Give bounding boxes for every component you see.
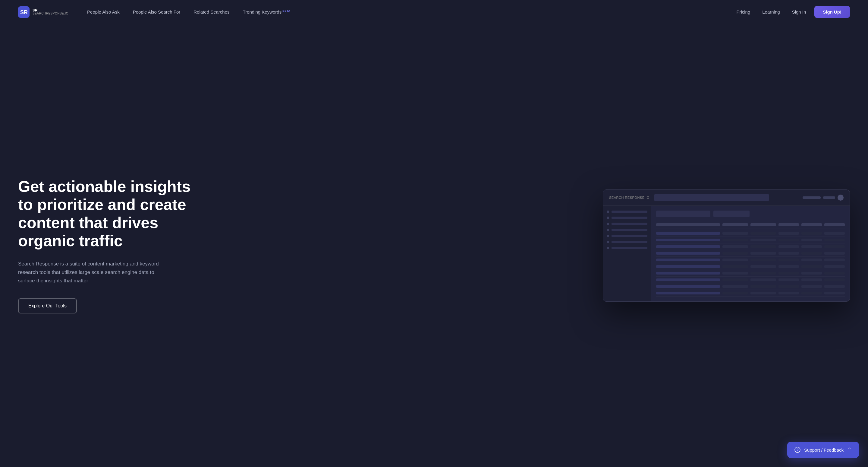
table-row	[656, 290, 845, 296]
nav-pricing[interactable]: Pricing	[731, 7, 755, 17]
dash-header: SEARCH RESPONSE.IO	[603, 190, 849, 206]
table-row	[656, 243, 845, 250]
hero-subtext: Search Response is a suite of content ma…	[18, 260, 163, 285]
dash-sidebar-row	[607, 241, 647, 243]
signup-button[interactable]: Sign Up!	[814, 6, 850, 18]
dash-body	[603, 206, 849, 301]
table-row	[656, 263, 845, 270]
beta-badge: BETA	[282, 9, 290, 12]
dash-table-header	[656, 222, 845, 228]
dash-controls	[803, 195, 844, 201]
dash-sidebar-row	[607, 247, 647, 249]
dash-logo-text: SEARCH RESPONSE.IO	[609, 196, 650, 199]
explore-tools-button[interactable]: Explore Our Tools	[18, 298, 77, 314]
nav-sign-in[interactable]: Sign In	[786, 7, 812, 17]
table-row	[656, 276, 845, 283]
svg-text:?: ?	[797, 448, 799, 451]
table-row	[656, 270, 845, 276]
logo[interactable]: SR SR SEARCHRESPONSE.IO	[18, 6, 68, 18]
nav-link-trending-keywords[interactable]: Trending KeywordsBETA	[236, 7, 297, 17]
dash-sidebar-row	[607, 235, 647, 237]
dash-top-filters	[656, 211, 845, 217]
dash-main-content	[651, 206, 849, 301]
dash-ctrl-bar-1	[803, 196, 821, 199]
nav-link-people-also-search[interactable]: People Also Search For	[126, 7, 187, 17]
hero-heading: Get actionable insights to prioritize an…	[18, 178, 193, 250]
dash-search-bar	[654, 194, 769, 201]
navbar: SR SR SEARCHRESPONSE.IO People Also Ask …	[0, 0, 868, 24]
table-row	[656, 283, 845, 290]
dash-table	[656, 222, 845, 296]
dash-sidebar-row	[607, 223, 647, 225]
dash-sidebar	[603, 206, 651, 301]
hero-section: Get actionable insights to prioritize an…	[0, 24, 868, 467]
nav-link-related-searches[interactable]: Related Searches	[187, 7, 236, 17]
nav-learning[interactable]: Learning	[757, 7, 785, 17]
table-row	[656, 230, 845, 237]
chevron-up-icon: ⌃	[847, 446, 852, 453]
support-icon: ?	[795, 447, 801, 453]
support-widget[interactable]: ? Support / Feedback ⌃	[787, 442, 859, 458]
hero-content: Get actionable insights to prioritize an…	[18, 178, 193, 313]
hero-dashboard-illustration: SEARCH RESPONSE.IO	[603, 189, 850, 302]
table-row	[656, 237, 845, 243]
support-label: Support / Feedback	[804, 447, 844, 453]
dashboard-mockup: SEARCH RESPONSE.IO	[603, 189, 850, 302]
dash-ctrl-circle	[838, 195, 844, 201]
table-row	[656, 257, 845, 263]
dash-sidebar-row	[607, 216, 647, 219]
dash-sidebar-row	[607, 211, 647, 213]
table-row	[656, 250, 845, 257]
logo-full-text: SEARCHRESPONSE.IO	[33, 12, 68, 15]
dash-sidebar-row	[607, 229, 647, 231]
dash-ctrl-bar-2	[823, 196, 835, 199]
svg-text:SR: SR	[20, 9, 28, 16]
nav-right: Pricing Learning Sign In Sign Up!	[731, 6, 850, 18]
nav-link-people-also-ask[interactable]: People Also Ask	[81, 7, 126, 17]
nav-links: People Also Ask People Also Search For R…	[81, 7, 297, 17]
